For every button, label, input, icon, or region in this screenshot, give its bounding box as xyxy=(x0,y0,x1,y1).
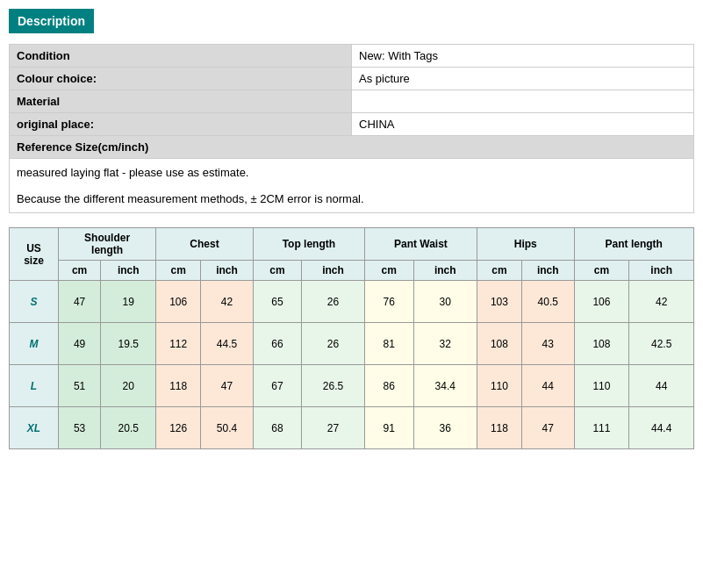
shoulder-inch: 19.5 xyxy=(101,323,156,365)
top-cm: 68 xyxy=(253,407,301,449)
table-row: S 47 19 106 42 65 26 76 30 103 40.5 106 … xyxy=(10,281,694,323)
hips-cm: 108 xyxy=(477,323,521,365)
hips-cm: 103 xyxy=(477,281,521,323)
col-top-length: Top length xyxy=(253,228,364,261)
sub-top-cm: cm xyxy=(253,261,301,281)
sub-sh-inch: inch xyxy=(101,261,156,281)
top-inch: 26 xyxy=(302,281,365,323)
pant-length-cm: 106 xyxy=(574,281,629,323)
shoulder-inch: 20.5 xyxy=(101,407,156,449)
info-table: Condition New: With Tags Colour choice: … xyxy=(9,44,694,213)
hips-cm: 118 xyxy=(477,407,521,449)
sub-top-inch: inch xyxy=(302,261,365,281)
pant-waist-inch: 34.4 xyxy=(413,365,477,407)
shoulder-inch: 19 xyxy=(101,281,156,323)
size-chart-wrapper: USsize Shoulderlength Chest Top length P… xyxy=(9,227,694,449)
note1: measured laying flat - please use as est… xyxy=(10,159,694,213)
hips-inch: 40.5 xyxy=(521,281,574,323)
table-row: XL 53 20.5 126 50.4 68 27 91 36 118 47 1… xyxy=(10,407,694,449)
colour-value: As picture xyxy=(352,68,694,90)
size-label: S xyxy=(10,281,59,323)
pant-waist-inch: 30 xyxy=(413,281,477,323)
top-inch: 26.5 xyxy=(302,365,365,407)
original-label: original place: xyxy=(10,113,352,136)
top-cm: 66 xyxy=(253,323,301,365)
condition-label: Condition xyxy=(10,45,352,68)
pant-length-cm: 111 xyxy=(574,407,629,449)
description-header: Description xyxy=(9,9,94,33)
reference-label: Reference Size(cm/inch) xyxy=(10,136,694,159)
chest-inch: 50.4 xyxy=(201,407,254,449)
top-cm: 65 xyxy=(253,281,301,323)
sub-pw-inch: inch xyxy=(413,261,477,281)
size-label: L xyxy=(10,365,59,407)
pant-length-cm: 110 xyxy=(574,365,629,407)
pant-waist-inch: 32 xyxy=(413,323,477,365)
top-cm: 67 xyxy=(253,365,301,407)
pant-length-inch: 44 xyxy=(629,365,694,407)
material-value xyxy=(352,90,694,113)
sub-sh-cm: cm xyxy=(58,261,100,281)
chest-cm: 106 xyxy=(156,281,201,323)
sub-pl-inch: inch xyxy=(629,261,694,281)
table-row: M 49 19.5 112 44.5 66 26 81 32 108 43 10… xyxy=(10,323,694,365)
pant-waist-cm: 86 xyxy=(364,365,413,407)
hips-inch: 47 xyxy=(521,407,574,449)
col-shoulder: Shoulderlength xyxy=(58,228,155,261)
hips-inch: 44 xyxy=(521,365,574,407)
pant-length-inch: 42 xyxy=(629,281,694,323)
pant-length-cm: 108 xyxy=(574,323,629,365)
sub-hip-cm: cm xyxy=(477,261,521,281)
top-inch: 26 xyxy=(302,323,365,365)
table-row: L 51 20 118 47 67 26.5 86 34.4 110 44 11… xyxy=(10,365,694,407)
chest-inch: 47 xyxy=(201,365,254,407)
chest-cm: 126 xyxy=(156,407,201,449)
shoulder-cm: 53 xyxy=(58,407,100,449)
col-pant-waist: Pant Waist xyxy=(364,228,477,261)
pant-length-inch: 44.4 xyxy=(629,407,694,449)
col-chest: Chest xyxy=(156,228,254,261)
pant-waist-cm: 76 xyxy=(364,281,413,323)
pant-length-inch: 42.5 xyxy=(629,323,694,365)
sub-ch-inch: inch xyxy=(201,261,254,281)
colour-label: Colour choice: xyxy=(10,68,352,90)
col-us-size: USsize xyxy=(10,228,59,281)
material-label: Material xyxy=(10,90,352,113)
original-value: CHINA xyxy=(352,113,694,136)
top-inch: 27 xyxy=(302,407,365,449)
size-label: XL xyxy=(10,407,59,449)
sub-ch-cm: cm xyxy=(156,261,201,281)
pant-waist-cm: 91 xyxy=(364,407,413,449)
sub-pl-cm: cm xyxy=(574,261,629,281)
shoulder-cm: 47 xyxy=(58,281,100,323)
pant-waist-inch: 36 xyxy=(413,407,477,449)
sub-pw-cm: cm xyxy=(364,261,413,281)
shoulder-inch: 20 xyxy=(101,365,156,407)
hips-inch: 43 xyxy=(521,323,574,365)
hips-cm: 110 xyxy=(477,365,521,407)
size-label: M xyxy=(10,323,59,365)
sub-hip-inch: inch xyxy=(521,261,574,281)
shoulder-cm: 49 xyxy=(58,323,100,365)
pant-waist-cm: 81 xyxy=(364,323,413,365)
chest-inch: 44.5 xyxy=(201,323,254,365)
size-table: USsize Shoulderlength Chest Top length P… xyxy=(9,227,694,449)
col-hips: Hips xyxy=(477,228,574,261)
col-pant-length: Pant length xyxy=(574,228,693,261)
chest-inch: 42 xyxy=(201,281,254,323)
condition-value: New: With Tags xyxy=(352,45,694,68)
shoulder-cm: 51 xyxy=(58,365,100,407)
chest-cm: 118 xyxy=(156,365,201,407)
chest-cm: 112 xyxy=(156,323,201,365)
